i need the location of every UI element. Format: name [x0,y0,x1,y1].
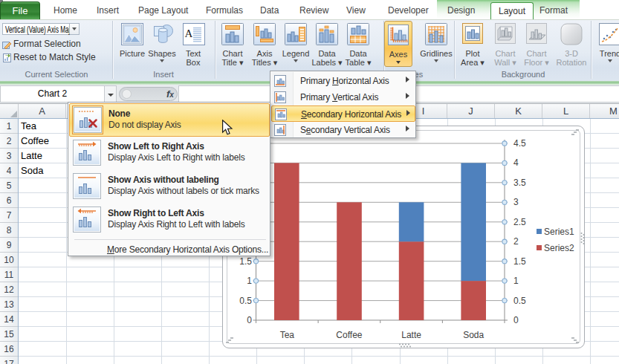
svg-text:2.5: 2.5 [513,217,526,227]
svg-text:1.5: 1.5 [513,256,526,267]
svg-text:4: 4 [513,157,519,168]
svg-text:1: 1 [247,276,252,286]
svg-text:2: 2 [513,236,519,247]
svg-text:Coffee: Coffee [336,330,362,340]
svg-text:3: 3 [513,197,519,207]
svg-text:Soda: Soda [463,330,484,340]
svg-text:0.5: 0.5 [513,296,526,306]
svg-text:1: 1 [513,276,519,286]
svg-text:Series2: Series2 [544,243,574,253]
svg-text:A: A [185,27,193,39]
svg-text:Series1: Series1 [544,227,574,237]
svg-text:0: 0 [513,315,519,325]
svg-text:3.5: 3.5 [513,178,526,188]
svg-text:0: 0 [247,315,252,325]
svg-text:Tea: Tea [280,330,295,340]
svg-text:4.5: 4.5 [513,138,526,149]
svg-text:Latte: Latte [401,330,421,340]
svg-text:0.5: 0.5 [239,296,252,306]
svg-text:1.5: 1.5 [239,256,252,267]
